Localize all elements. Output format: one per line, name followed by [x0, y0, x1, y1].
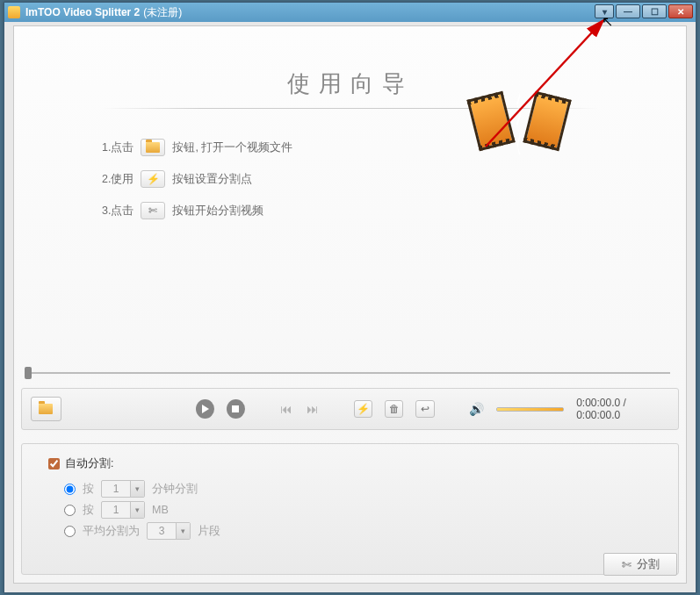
- set-split-point-button[interactable]: ⚡: [354, 400, 372, 418]
- app-icon: [8, 6, 20, 18]
- segments-spinner[interactable]: 3 ▾: [147, 522, 191, 540]
- wizard-steps: 1.点击 按钮, 打开一个视频文件 2.使用 ⚡ 按钮设置分割点 3.点击 ✄ …: [102, 139, 598, 219]
- opt-pre: 平均分割为: [83, 524, 140, 539]
- split-by-minutes-option[interactable]: 按 1 ▾ 分钟分割: [64, 480, 652, 498]
- step-pre: 1.点击: [102, 140, 134, 155]
- auto-split-checkbox[interactable]: 自动分割:: [48, 456, 652, 471]
- opt-post: 分钟分割: [152, 482, 198, 497]
- opt-pre: 按: [83, 482, 94, 497]
- open-file-button[interactable]: [31, 397, 61, 421]
- content-area: 使用向导 1.点击 按钮, 打开一个视频文件 2.使用 ⚡ 按钮设置分割点 3.…: [13, 25, 687, 584]
- volume-slider[interactable]: [496, 407, 564, 412]
- chevron-down-icon[interactable]: ▾: [130, 481, 144, 497]
- minimize-button[interactable]: —: [616, 4, 640, 18]
- split-by-segments-option[interactable]: 平均分割为 3 ▾ 片段: [64, 522, 652, 540]
- step-post: 按钮设置分割点: [172, 172, 252, 187]
- step-pre: 3.点击: [102, 204, 134, 219]
- maximize-button[interactable]: ☐: [642, 4, 667, 18]
- opt-post: MB: [152, 504, 169, 516]
- action-bar: ✄ 分割: [603, 553, 677, 576]
- close-button[interactable]: ✕: [668, 4, 693, 18]
- app-title: ImTOO Video Splitter 2: [25, 6, 140, 18]
- split-icon: ✄: [141, 202, 165, 219]
- split-button-label: 分割: [637, 557, 660, 572]
- auto-split-panel: 自动分割: 按 1 ▾ 分钟分割 按 1 ▾ MB: [21, 443, 679, 575]
- split-button[interactable]: ✄ 分割: [603, 553, 677, 576]
- split-by-mb-radio[interactable]: [64, 505, 76, 516]
- timeline-slider[interactable]: [21, 369, 679, 377]
- time-display: 0:00:00.0 / 0:00:00.0: [576, 397, 669, 421]
- wizard-step-2: 2.使用 ⚡ 按钮设置分割点: [102, 170, 598, 188]
- prev-frame-button[interactable]: ⏮: [280, 402, 293, 416]
- split-by-mb-option[interactable]: 按 1 ▾ MB: [64, 501, 652, 519]
- stop-button[interactable]: [227, 399, 245, 419]
- titlebar[interactable]: ImTOO Video Splitter 2 (未注册) ▾ — ☐ ✕: [4, 3, 696, 22]
- step-pre: 2.使用: [102, 172, 134, 187]
- mb-spinner[interactable]: 1 ▾: [101, 501, 145, 519]
- chevron-down-icon[interactable]: ▾: [130, 502, 144, 518]
- play-button[interactable]: [196, 399, 214, 419]
- window-buttons: ▾ — ☐ ✕: [595, 4, 693, 18]
- player-toolbar: ⏮ ⏭ ⚡ 🗑 ↩ 🔊 0:00:00.0 / 0:00:00.0: [21, 388, 679, 430]
- open-file-icon: [141, 139, 165, 156]
- wizard-panel: 使用向导 1.点击 按钮, 打开一个视频文件 2.使用 ⚡ 按钮设置分割点 3.…: [102, 68, 598, 233]
- step-post: 按钮, 打开一个视频文件: [172, 140, 292, 155]
- app-window: ImTOO Video Splitter 2 (未注册) ▾ — ☐ ✕ 使用向…: [4, 2, 696, 593]
- auto-split-checkbox-input[interactable]: [48, 458, 60, 470]
- delete-point-button[interactable]: 🗑: [385, 400, 403, 418]
- chevron-down-icon[interactable]: ▾: [176, 523, 190, 539]
- minutes-spinner[interactable]: 1 ▾: [101, 480, 145, 498]
- volume-icon[interactable]: 🔊: [469, 402, 484, 416]
- opt-pre: 按: [83, 503, 94, 518]
- opt-post: 片段: [198, 524, 220, 539]
- split-icon: ✄: [622, 558, 631, 571]
- dropdown-menu-button[interactable]: ▾: [595, 4, 614, 18]
- app-title-suffix: (未注册): [143, 5, 182, 20]
- split-by-segments-radio[interactable]: [64, 526, 76, 537]
- next-frame-button[interactable]: ⏭: [306, 402, 319, 416]
- set-point-icon: ⚡: [141, 170, 165, 188]
- step-post: 按钮开始分割视频: [172, 204, 263, 219]
- film-split-illustration: [471, 90, 567, 160]
- timeline-thumb[interactable]: [25, 367, 32, 379]
- auto-split-label: 自动分割:: [65, 456, 113, 471]
- undo-button[interactable]: ↩: [415, 400, 434, 418]
- split-by-minutes-radio[interactable]: [64, 484, 76, 495]
- wizard-step-3: 3.点击 ✄ 按钮开始分割视频: [102, 202, 598, 219]
